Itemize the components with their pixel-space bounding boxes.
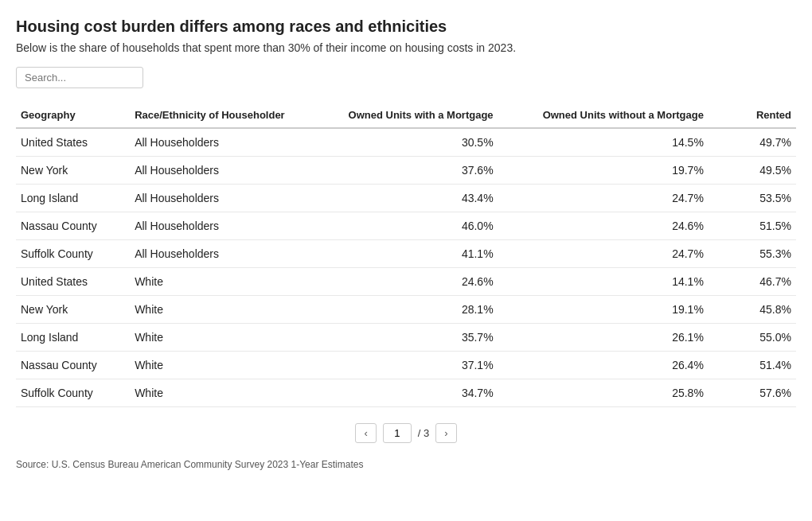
- cell-race: White: [130, 379, 296, 407]
- cell-rented: 45.8%: [709, 296, 796, 324]
- cell-race: All Householders: [130, 212, 296, 240]
- pagination: ‹ / 3 ›: [16, 423, 796, 443]
- cell-owned-mortgage: 37.6%: [296, 157, 498, 185]
- cell-rented: 49.7%: [709, 128, 796, 157]
- col-header-geography: Geography: [16, 103, 130, 128]
- page-total: / 3: [418, 427, 429, 439]
- cell-owned-mortgage: 34.7%: [296, 379, 498, 407]
- page-title: Housing cost burden differs among races …: [16, 16, 796, 37]
- next-page-button[interactable]: ›: [435, 423, 456, 443]
- cell-race: All Householders: [130, 240, 296, 268]
- cell-rented: 53.5%: [709, 185, 796, 212]
- cell-geography: Nassau County: [16, 212, 130, 240]
- cell-owned-mortgage: 28.1%: [296, 296, 498, 324]
- cell-race: All Householders: [130, 185, 296, 212]
- cell-rented: 55.3%: [709, 240, 796, 268]
- cell-owned-no-mortgage: 26.4%: [498, 352, 709, 379]
- cell-owned-no-mortgage: 14.5%: [498, 128, 709, 157]
- cell-race: White: [130, 296, 296, 324]
- cell-rented: 55.0%: [709, 324, 796, 352]
- table-row: New YorkAll Householders37.6%19.7%49.5%: [16, 157, 796, 185]
- cell-race: All Householders: [130, 157, 296, 185]
- cell-owned-mortgage: 41.1%: [296, 240, 498, 268]
- cell-race: White: [130, 268, 296, 296]
- cell-owned-no-mortgage: 19.1%: [498, 296, 709, 324]
- cell-race: All Householders: [130, 128, 296, 157]
- cell-geography: United States: [16, 268, 130, 296]
- table-row: Suffolk CountyAll Householders41.1%24.7%…: [16, 240, 796, 268]
- data-table: Geography Race/Ethnicity of Householder …: [16, 103, 796, 407]
- cell-owned-mortgage: 43.4%: [296, 185, 498, 212]
- cell-owned-mortgage: 30.5%: [296, 128, 498, 157]
- cell-geography: Long Island: [16, 185, 130, 212]
- cell-geography: Nassau County: [16, 352, 130, 379]
- source-text: Source: U.S. Census Bureau American Comm…: [16, 459, 796, 470]
- table-row: United StatesWhite24.6%14.1%46.7%: [16, 268, 796, 296]
- cell-owned-no-mortgage: 24.6%: [498, 212, 709, 240]
- cell-rented: 46.7%: [709, 268, 796, 296]
- cell-rented: 51.4%: [709, 352, 796, 379]
- cell-owned-mortgage: 35.7%: [296, 324, 498, 352]
- cell-owned-no-mortgage: 24.7%: [498, 240, 709, 268]
- prev-page-button[interactable]: ‹: [355, 423, 376, 443]
- table-row: United StatesAll Householders30.5%14.5%4…: [16, 128, 796, 157]
- page-number-input[interactable]: [383, 423, 412, 443]
- table-row: Nassau CountyWhite37.1%26.4%51.4%: [16, 352, 796, 379]
- cell-geography: United States: [16, 128, 130, 157]
- table-header-row: Geography Race/Ethnicity of Householder …: [16, 103, 796, 128]
- cell-rented: 51.5%: [709, 212, 796, 240]
- cell-race: White: [130, 352, 296, 379]
- col-header-owned-mortgage: Owned Units with a Mortgage: [296, 103, 498, 128]
- cell-race: White: [130, 324, 296, 352]
- cell-geography: Suffolk County: [16, 240, 130, 268]
- cell-owned-mortgage: 46.0%: [296, 212, 498, 240]
- table-row: Nassau CountyAll Householders46.0%24.6%5…: [16, 212, 796, 240]
- cell-owned-no-mortgage: 14.1%: [498, 268, 709, 296]
- page-subtitle: Below is the share of households that sp…: [16, 41, 796, 54]
- cell-owned-no-mortgage: 26.1%: [498, 324, 709, 352]
- table-row: Long IslandWhite35.7%26.1%55.0%: [16, 324, 796, 352]
- col-header-owned-no-mortgage: Owned Units without a Mortgage: [498, 103, 709, 128]
- cell-owned-no-mortgage: 25.8%: [498, 379, 709, 407]
- cell-geography: Suffolk County: [16, 379, 130, 407]
- table-row: Long IslandAll Householders43.4%24.7%53.…: [16, 185, 796, 212]
- cell-owned-mortgage: 37.1%: [296, 352, 498, 379]
- cell-geography: New York: [16, 296, 130, 324]
- search-container: [16, 67, 796, 88]
- cell-owned-no-mortgage: 24.7%: [498, 185, 709, 212]
- cell-rented: 57.6%: [709, 379, 796, 407]
- table-row: Suffolk CountyWhite34.7%25.8%57.6%: [16, 379, 796, 407]
- col-header-rented: Rented: [709, 103, 796, 128]
- search-input[interactable]: [16, 67, 143, 88]
- cell-geography: New York: [16, 157, 130, 185]
- cell-owned-no-mortgage: 19.7%: [498, 157, 709, 185]
- col-header-race: Race/Ethnicity of Householder: [130, 103, 296, 128]
- cell-owned-mortgage: 24.6%: [296, 268, 498, 296]
- cell-geography: Long Island: [16, 324, 130, 352]
- table-row: New YorkWhite28.1%19.1%45.8%: [16, 296, 796, 324]
- cell-rented: 49.5%: [709, 157, 796, 185]
